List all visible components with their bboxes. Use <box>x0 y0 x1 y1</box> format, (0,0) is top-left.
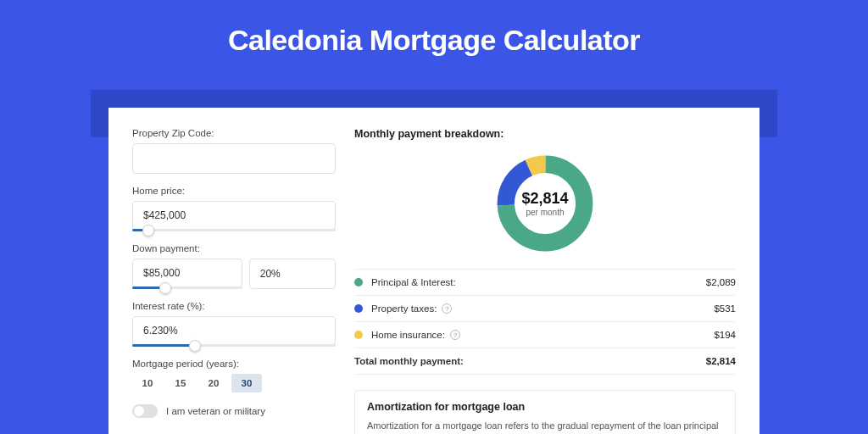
period-label: Mortgage period (years): <box>132 359 336 369</box>
interest-rate-slider[interactable] <box>132 344 336 347</box>
zip-label: Property Zip Code: <box>132 128 336 138</box>
amortization-title: Amortization for mortgage loan <box>367 401 723 413</box>
inputs-column: Property Zip Code: Home price: Down paym… <box>132 128 336 434</box>
donut-amount: $2,814 <box>521 190 568 208</box>
total-label: Total monthly payment: <box>354 356 706 366</box>
dot-icon <box>354 331 363 339</box>
down-percent-input[interactable] <box>249 259 336 289</box>
breakdown-value: $531 <box>714 303 736 314</box>
period-30-button[interactable]: 30 <box>231 374 262 392</box>
breakdown-value: $2,089 <box>706 277 736 287</box>
dot-icon <box>354 304 363 313</box>
breakdown-value: $194 <box>714 330 736 340</box>
down-payment-slider[interactable] <box>132 287 242 289</box>
total-value: $2,814 <box>706 356 736 366</box>
amortization-text: Amortization for a mortgage loan refers … <box>367 420 723 434</box>
down-amount-input[interactable] <box>132 259 242 287</box>
zip-input[interactable] <box>132 143 336 174</box>
veteran-label: I am veteran or military <box>166 406 265 416</box>
breakdown-row-total: Total monthly payment: $2,814 <box>354 348 736 375</box>
interest-rate-label: Interest rate (%): <box>132 301 336 311</box>
veteran-toggle[interactable] <box>132 404 158 418</box>
zip-field: Property Zip Code: <box>132 128 336 174</box>
breakdown-list: Principal & Interest: $2,089 Property ta… <box>354 269 736 375</box>
breakdown-label: Property taxes: ? <box>371 303 714 314</box>
interest-rate-field: Interest rate (%): <box>132 301 336 347</box>
breakdown-label: Home insurance: ? <box>371 330 714 340</box>
page-title: Caledonia Mortgage Calculator <box>0 0 868 72</box>
period-15-button[interactable]: 15 <box>165 374 196 392</box>
home-price-label: Home price: <box>132 186 336 196</box>
breakdown-title: Monthly payment breakdown: <box>354 128 736 140</box>
slider-thumb-icon[interactable] <box>142 225 154 236</box>
breakdown-row-taxes: Property taxes: ? $531 <box>354 296 736 322</box>
help-icon[interactable]: ? <box>442 303 452 314</box>
period-10-button[interactable]: 10 <box>132 374 163 392</box>
donut-wrap: $2,814 per month <box>354 147 736 269</box>
interest-rate-input[interactable] <box>132 316 336 345</box>
amortization-section: Amortization for mortgage loan Amortizat… <box>354 390 736 434</box>
period-options: 10 15 20 30 <box>132 374 336 392</box>
breakdown-row-principal: Principal & Interest: $2,089 <box>354 270 736 296</box>
period-20-button[interactable]: 20 <box>198 374 229 392</box>
payment-donut-chart: $2,814 per month <box>493 152 597 255</box>
period-field: Mortgage period (years): 10 15 20 30 <box>132 359 336 392</box>
calculator-card: Property Zip Code: Home price: Down paym… <box>108 108 760 434</box>
down-payment-label: Down payment: <box>132 243 336 253</box>
breakdown-row-insurance: Home insurance: ? $194 <box>354 322 736 348</box>
home-price-field: Home price: <box>132 186 336 231</box>
breakdown-label: Principal & Interest: <box>371 277 706 287</box>
slider-thumb-icon[interactable] <box>159 282 171 294</box>
donut-sub: per month <box>526 208 564 217</box>
slider-thumb-icon[interactable] <box>189 340 201 352</box>
help-icon[interactable]: ? <box>450 330 460 340</box>
down-payment-field: Down payment: <box>132 243 336 289</box>
home-price-input[interactable] <box>132 201 336 230</box>
dot-icon <box>354 278 363 287</box>
breakdown-column: Monthly payment breakdown: $2,814 per mo… <box>354 128 736 434</box>
veteran-row: I am veteran or military <box>132 404 336 418</box>
home-price-slider[interactable] <box>132 229 336 231</box>
